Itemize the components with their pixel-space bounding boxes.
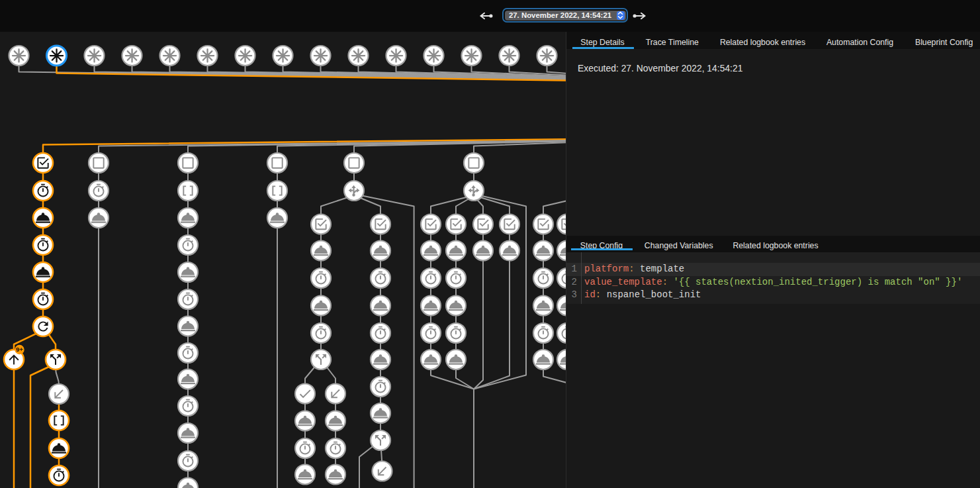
svg-text:9+: 9+ xyxy=(16,346,23,353)
